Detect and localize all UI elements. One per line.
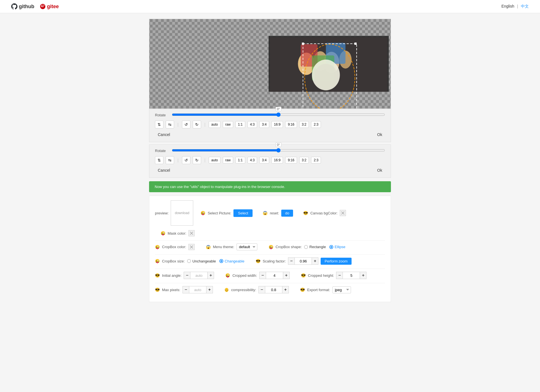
rectangle-radio[interactable]: Rectangle xyxy=(304,245,326,249)
cancel-btn-1[interactable]: Cancel xyxy=(155,131,173,138)
cancel-btn-2[interactable]: Cancel xyxy=(155,167,173,174)
cropped-height-label: Cropped height: xyxy=(308,273,334,278)
initial-angle-plus[interactable]: + xyxy=(207,272,214,279)
flip-horizontal-btn-2[interactable]: ⇆ xyxy=(166,156,174,164)
flip-horizontal-btn-1[interactable]: ⇆ xyxy=(166,121,174,128)
cropbox-color-picker[interactable] xyxy=(188,244,195,250)
max-pixels-input[interactable] xyxy=(189,286,206,293)
ratio-16-9-1[interactable]: 16:9 xyxy=(271,121,283,128)
ratio-3-4-1[interactable]: 3:4 xyxy=(259,121,269,128)
cropbox-shape-label: CropBox shape: xyxy=(276,245,302,249)
ellipse-label: Ellipse xyxy=(335,245,345,249)
menu-theme-label: Menu theme: xyxy=(213,245,234,249)
english-lang[interactable]: English xyxy=(501,4,514,8)
ok-btn-2[interactable]: Ok xyxy=(374,167,385,174)
cropbox-color-group: 😜 CropBox color: xyxy=(155,244,195,250)
initial-angle-minus[interactable]: − xyxy=(184,272,190,279)
image-canvas[interactable] xyxy=(149,19,391,109)
rotate-ccw-btn-2[interactable]: ↺ xyxy=(182,156,190,164)
rotate-cw-btn-2[interactable]: ↻ xyxy=(193,156,201,164)
divider-4 xyxy=(155,283,385,283)
scaling-factor-minus[interactable]: − xyxy=(288,257,295,265)
compressibility-plus[interactable]: + xyxy=(282,286,289,293)
changeable-radio-circle xyxy=(219,259,223,263)
ratio-2-3-1[interactable]: 2:3 xyxy=(311,121,321,128)
max-pixels-minus[interactable]: − xyxy=(183,286,189,293)
reset-do-button[interactable]: do xyxy=(281,210,293,217)
preview-box[interactable]: download xyxy=(171,200,193,226)
unchangeable-radio[interactable]: Unchangeable xyxy=(187,259,216,263)
cropped-width-minus[interactable]: − xyxy=(259,272,266,279)
cropped-width-plus[interactable]: + xyxy=(283,272,290,279)
header: github gitee English | 中文 xyxy=(0,0,540,13)
compressibility-label: compressibility: xyxy=(231,288,256,292)
ratio-16-9-2[interactable]: 16:9 xyxy=(271,157,283,164)
ratio-9-16-1[interactable]: 9:16 xyxy=(285,121,297,128)
divider-3 xyxy=(155,269,385,269)
ratio-9-16-2[interactable]: 9:16 xyxy=(285,157,297,164)
canvas-bgcolor-label: Canvas bgColor: xyxy=(310,211,338,215)
ratio-auto-2[interactable]: auto xyxy=(209,157,220,164)
ratio-1-1-2[interactable]: 1:1 xyxy=(235,157,245,164)
ellipse-radio[interactable]: Ellipse xyxy=(329,245,345,249)
ratio-raw-2[interactable]: raw xyxy=(223,157,233,164)
flip-vertical-btn-1[interactable]: ⇅ xyxy=(155,121,163,128)
menu-theme-select[interactable]: default dark light xyxy=(237,243,257,250)
scaling-factor-plus[interactable]: + xyxy=(312,257,318,265)
ok-btn-1[interactable]: Ok xyxy=(374,131,385,138)
rotate-ccw-btn-1[interactable]: ↺ xyxy=(182,121,190,128)
sep-1: | xyxy=(176,122,180,127)
canvas-bgcolor-group: 😎 Canvas bgColor: xyxy=(303,210,346,216)
preview-group: preview: download xyxy=(155,200,193,226)
ctrl-row-1: preview: download 😜 Select Picture: Sele… xyxy=(155,200,385,236)
ratio-3-2-1[interactable]: 3:2 xyxy=(299,121,309,128)
cropped-height-input[interactable] xyxy=(343,272,360,279)
perform-zoom-button[interactable]: Perform zoom xyxy=(321,258,352,265)
select-picture-button[interactable]: Select xyxy=(233,209,253,217)
canvas-bgcolor-picker[interactable] xyxy=(340,210,346,216)
sep-3: | xyxy=(176,158,180,162)
ratio-4-3-2[interactable]: 4:3 xyxy=(248,157,257,164)
compressibility-emoji: 👴 xyxy=(224,287,229,292)
github-label: github xyxy=(19,4,34,10)
rotate-cw-btn-1[interactable]: ↻ xyxy=(193,121,201,128)
language-switcher[interactable]: English | 中文 xyxy=(501,4,529,9)
chinese-lang[interactable]: 中文 xyxy=(521,4,529,8)
cropped-width-input[interactable] xyxy=(266,272,283,279)
cropped-height-plus[interactable]: + xyxy=(360,272,366,279)
export-format-select[interactable]: jpeg png webp xyxy=(332,286,351,293)
ratio-auto-1[interactable]: auto xyxy=(209,121,220,128)
scaling-factor-input[interactable] xyxy=(295,257,312,265)
rotate-row-2: Rotate 0° xyxy=(155,148,385,153)
cropped-width-emoji: 😜 xyxy=(225,273,230,278)
rotate-slider-2[interactable] xyxy=(172,148,385,153)
ratio-3-2-2[interactable]: 3:2 xyxy=(299,157,309,164)
compressibility-minus[interactable]: − xyxy=(258,286,265,293)
gitee-logo[interactable]: gitee xyxy=(40,4,59,10)
changeable-label: Changeable xyxy=(225,259,244,263)
mask-color-picker[interactable] xyxy=(188,230,195,236)
cropbox-shape-emoji: 😜 xyxy=(269,245,273,249)
mask-color-group: 😜 Mask color: xyxy=(161,230,195,236)
divider-1 xyxy=(155,240,385,241)
rotate-slider-1[interactable] xyxy=(172,112,385,117)
reset-emoji: 😱 xyxy=(263,211,267,215)
ellipse-radio-circle xyxy=(329,245,333,249)
flip-vertical-btn-2[interactable]: ⇅ xyxy=(155,156,163,164)
ratio-1-1-1[interactable]: 1:1 xyxy=(235,121,245,128)
cropped-height-minus[interactable]: − xyxy=(336,272,343,279)
ratio-raw-1[interactable]: raw xyxy=(223,121,233,128)
initial-angle-input[interactable] xyxy=(190,272,207,279)
max-pixels-plus[interactable]: + xyxy=(206,286,213,293)
cropbox-size-label: CropBox size: xyxy=(162,259,185,263)
rectangle-radio-circle xyxy=(304,245,308,249)
controls-row-2: ⇅ ⇆ | ↺ ↻ | auto raw 1:1 4:3 3:4 16:9 9:… xyxy=(155,156,385,164)
reset-label: reset: xyxy=(270,211,279,215)
ratio-4-3-1[interactable]: 4:3 xyxy=(248,121,257,128)
ratio-3-4-2[interactable]: 3:4 xyxy=(259,157,269,164)
changeable-radio[interactable]: Changeable xyxy=(219,259,244,263)
ratio-2-3-2[interactable]: 2:3 xyxy=(311,157,321,164)
compressibility-input[interactable] xyxy=(265,286,282,293)
rotate-label-2: Rotate xyxy=(155,149,169,153)
github-logo[interactable]: github xyxy=(11,3,34,10)
